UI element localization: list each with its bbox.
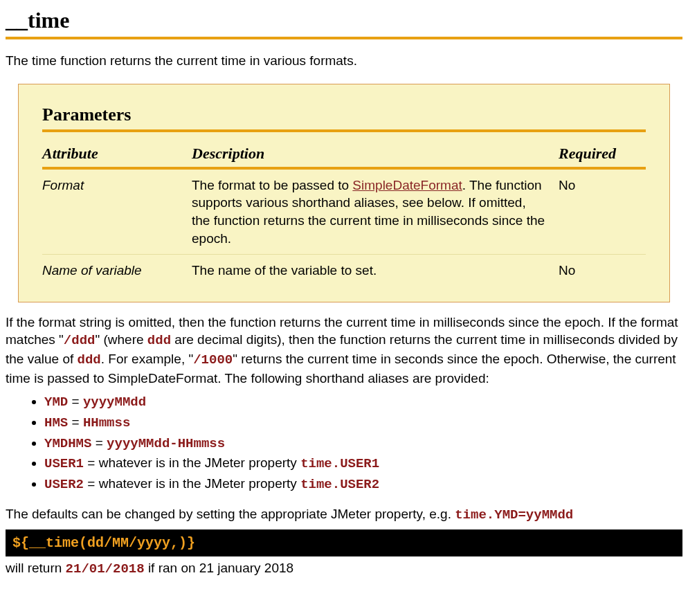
alias-name: YMDHMS [44, 436, 91, 451]
text-span: . For example, " [101, 352, 193, 366]
param-attr: Format [42, 168, 192, 255]
alias-sep: = [68, 394, 83, 408]
param-required: No [559, 255, 646, 287]
alias-mid: = whatever is in the JMeter property [84, 455, 300, 470]
alias-name: USER1 [44, 456, 84, 471]
param-required: No [559, 168, 646, 255]
code-span: time.YMD=yyMMdd [455, 507, 573, 523]
text-span: will return [6, 561, 66, 575]
col-description: Description [192, 143, 559, 168]
list-item: YMDHMS = yyyyMMdd-HHmmss [44, 434, 682, 453]
col-required: Required [559, 143, 646, 168]
param-desc: The name of the variable to set. [192, 255, 559, 287]
alias-sep: = [68, 415, 83, 429]
alias-value: HHmmss [83, 415, 130, 431]
defaults-text: The defaults can be changed by setting t… [6, 505, 682, 525]
list-item: USER1 = whatever is in the JMeter proper… [44, 454, 682, 473]
alias-name: USER2 [44, 477, 84, 492]
text-span: if ran on 21 january 2018 [145, 561, 294, 575]
simpledateformat-link[interactable]: SimpleDateFormat [352, 178, 462, 192]
col-attribute: Attribute [42, 143, 192, 168]
alias-value: yyyyMMdd-HHmmss [107, 436, 225, 451]
parameters-heading: Parameters [42, 102, 646, 132]
alias-value: yyyyMMdd [83, 395, 146, 410]
code-span: ddd [78, 352, 101, 368]
code-span: /1000 [193, 352, 233, 368]
alias-name: HMS [44, 415, 68, 431]
param-desc: The format to be passed to SimpleDateFor… [192, 168, 559, 255]
code-span: /ddd [64, 333, 96, 348]
text-span: The defaults can be changed by setting t… [6, 507, 455, 521]
desc-text: The format to be passed to [192, 178, 352, 192]
list-item: YMD = yyyyMMdd [44, 392, 682, 412]
alias-mid: = whatever is in the JMeter property [84, 476, 300, 491]
intro-text: The time function returns the current ti… [6, 52, 682, 70]
example-code-block: ${__time(dd/MM/yyyy,)} [6, 529, 682, 556]
result-value: 21/01/2018 [66, 561, 145, 577]
alias-sep: = [91, 435, 107, 450]
list-item: USER2 = whatever is in the JMeter proper… [44, 475, 682, 494]
list-item: HMS = HHmmss [44, 413, 682, 433]
alias-prop: time.USER2 [300, 477, 379, 492]
parameters-box: Parameters Attribute Description Require… [18, 84, 670, 302]
example-result: will return 21/01/2018 if ran on 21 janu… [6, 559, 682, 579]
table-row: Name of variable The name of the variabl… [42, 255, 646, 287]
aliases-list: YMD = yyyyMMdd HMS = HHmmss YMDHMS = yyy… [6, 392, 682, 493]
table-row: Format The format to be passed to Simple… [42, 168, 646, 255]
table-header-row: Attribute Description Required [42, 143, 646, 168]
alias-name: YMD [44, 395, 68, 410]
explanation-text: If the format string is omitted, then th… [6, 314, 682, 388]
parameters-table: Attribute Description Required Format Th… [42, 143, 646, 287]
page-title: __time [6, 6, 682, 39]
text-span: " (where [95, 332, 147, 347]
param-attr: Name of variable [42, 255, 192, 287]
code-span: ddd [147, 333, 171, 348]
alias-prop: time.USER1 [300, 456, 379, 471]
